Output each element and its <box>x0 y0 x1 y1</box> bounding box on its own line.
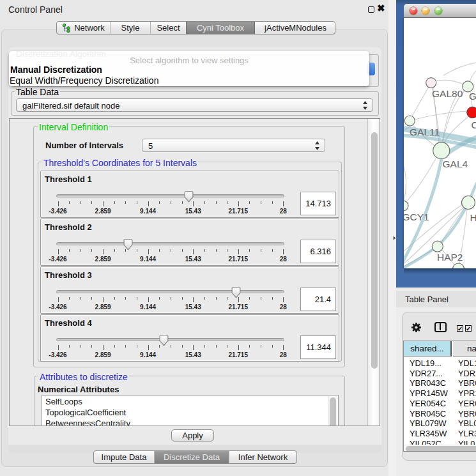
svg-text:HAP2: HAP2 <box>437 252 463 263</box>
svg-text:H: H <box>470 212 476 223</box>
svg-text:GAL80: GAL80 <box>432 88 463 99</box>
svg-text:GCY1: GCY1 <box>404 211 429 222</box>
svg-text:GAL4: GAL4 <box>443 158 468 169</box>
svg-text:GAL11: GAL11 <box>410 127 440 137</box>
svg-text:GA: GA <box>469 91 476 102</box>
svg-text:C: C <box>472 119 476 130</box>
